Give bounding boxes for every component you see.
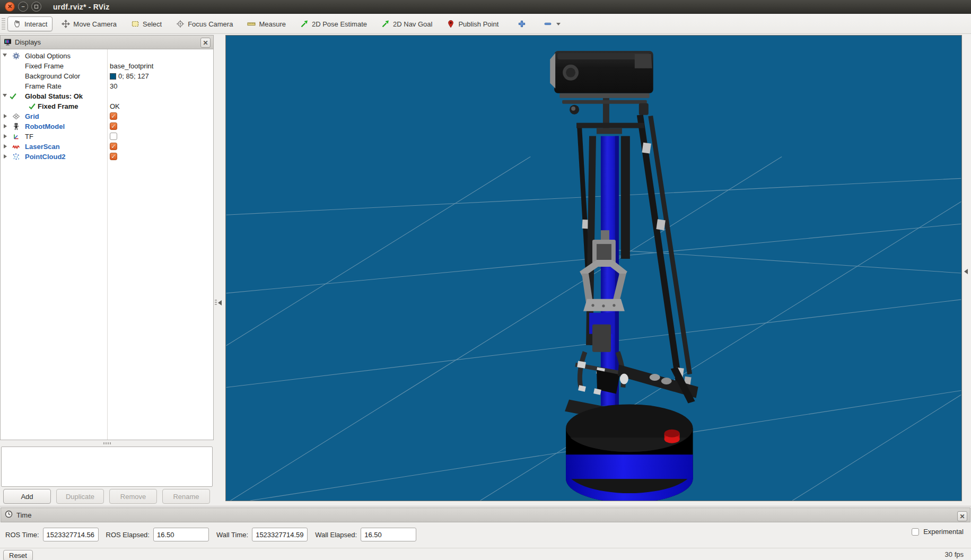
left-dock-separator[interactable] (214, 35, 225, 506)
add-tool-button[interactable] (515, 16, 529, 31)
duplicate-button[interactable]: Duplicate (56, 489, 104, 504)
expander-open-icon[interactable] (3, 94, 7, 97)
tree-row-value: base_footprint (110, 62, 153, 70)
tool-2d-pose-estimate[interactable]: 2D Pose Estimate (295, 16, 372, 31)
chevron-down-icon[interactable] (556, 23, 561, 25)
reset-button[interactable]: Reset (3, 550, 33, 560)
displays-close-icon[interactable]: ✕ (200, 38, 211, 48)
crosshair-icon (176, 20, 185, 28)
experimental-checkbox[interactable] (912, 528, 919, 536)
expander-closed-icon[interactable] (4, 134, 7, 138)
tool-label: 2D Pose Estimate (312, 20, 367, 28)
tool-publish-point[interactable]: Publish Point (441, 16, 504, 31)
displays-button-row: AddDuplicateRemoveRename (0, 489, 214, 506)
tree-row-value: OK (110, 102, 120, 110)
displays-panel-header[interactable]: Displays ✕ (0, 35, 214, 49)
tool-measure[interactable]: Measure (242, 16, 291, 31)
window-close-button[interactable]: ✕ (5, 2, 15, 12)
tree-row-label: TF (25, 133, 33, 141)
monitor-icon (4, 38, 12, 46)
tool-select[interactable]: Select (126, 16, 167, 31)
tree-row-value: ✓ (110, 153, 117, 160)
tree-row-grid[interactable]: Grid✓ (1, 111, 213, 121)
expander-closed-icon[interactable] (4, 114, 7, 118)
tree-row-value (110, 133, 117, 140)
minus-icon (544, 20, 552, 28)
fps-counter: 30 fps (945, 550, 964, 558)
wall-time--input[interactable] (252, 528, 308, 541)
green-arrow-icon (300, 20, 309, 28)
field-ros-elapsed-: ROS Elapsed: (106, 528, 209, 541)
displays-panel: Displays ✕ Global OptionsFixed Framebase… (0, 35, 214, 506)
value-text[interactable]: OK (110, 102, 120, 110)
point-cloud-icon (12, 153, 20, 161)
time-panel-header[interactable]: Time ✕ (1, 508, 970, 522)
robotmodel-enabled-checkbox[interactable]: ✓ (110, 122, 117, 130)
render-viewport-3d[interactable] (225, 35, 962, 501)
time-fields-row: ROS Time:ROS Elapsed:Wall Time:Wall Elap… (0, 522, 971, 547)
tf-axes-icon (12, 133, 20, 141)
field-label: Wall Time: (216, 531, 248, 539)
expander-closed-icon[interactable] (4, 144, 7, 148)
tree-row-background-color[interactable]: Background Color0; 85; 127 (1, 71, 213, 81)
value-text[interactable]: base_footprint (110, 62, 153, 70)
field-label: Wall Elapsed: (315, 531, 357, 539)
grid-icon (12, 112, 20, 120)
color-swatch[interactable] (110, 73, 116, 80)
tree-row-label: Global Options (25, 52, 71, 60)
check-icon (9, 92, 17, 100)
add-button[interactable]: Add (3, 489, 51, 504)
tree-row-global-status-ok[interactable]: Global Status: Ok (1, 91, 213, 101)
tree-row-global-options[interactable]: Global Options (1, 51, 213, 61)
remove-tool-button[interactable] (541, 16, 563, 31)
tool-move-camera[interactable]: Move Camera (56, 16, 122, 31)
time-panel: Time ✕ ROS Time:ROS Elapsed:Wall Time:Wa… (0, 506, 971, 560)
torso-module (589, 313, 615, 352)
panel-splitter[interactable] (0, 440, 214, 447)
tool-label: 2D Nav Goal (393, 20, 432, 28)
tf-enabled-checkbox[interactable] (110, 133, 117, 140)
tool-label: Publish Point (458, 20, 498, 28)
remove-button[interactable]: Remove (109, 489, 157, 504)
collapse-right-icon[interactable] (964, 269, 968, 274)
tree-row-pointcloud2[interactable]: PointCloud2✓ (1, 152, 213, 162)
time-close-icon[interactable]: ✕ (957, 511, 967, 521)
right-dock-separator[interactable] (962, 35, 971, 506)
ros-time--input[interactable] (43, 528, 99, 541)
check-icon (28, 102, 36, 110)
tree-row-laserscan[interactable]: LaserScan✓ (1, 142, 213, 152)
select-box-icon (131, 20, 139, 28)
rename-button[interactable]: Rename (162, 489, 210, 504)
tree-row-fixed-frame[interactable]: Fixed Framebase_footprint (1, 61, 213, 71)
ros-elapsed--input[interactable] (153, 528, 209, 541)
tool-focus-camera[interactable]: Focus Camera (171, 16, 238, 31)
tool-interact[interactable]: Interact (7, 16, 53, 31)
tree-row-fixed-frame[interactable]: Fixed FrameOK (1, 101, 213, 111)
pointcloud2-enabled-checkbox[interactable]: ✓ (110, 153, 117, 160)
hand-icon (13, 20, 21, 28)
wall-elapsed--input[interactable] (361, 528, 416, 541)
window-maximize-button[interactable] (31, 2, 41, 12)
tree-row-label: PointCloud2 (25, 153, 66, 161)
expander-open-icon[interactable] (3, 54, 7, 57)
window-title: urdf.rviz* - RViz (53, 3, 109, 11)
tree-row-robotmodel[interactable]: RobotModel✓ (1, 121, 213, 132)
value-text[interactable]: 0; 85; 127 (118, 72, 149, 80)
tree-row-frame-rate[interactable]: Frame Rate30 (1, 81, 213, 91)
value-text[interactable]: 30 (110, 82, 117, 90)
toolbar-drag-handle[interactable] (2, 18, 5, 30)
window-minimize-button[interactable]: – (18, 2, 28, 12)
robot-model (550, 51, 698, 501)
tool-label: Select (143, 20, 162, 28)
tree-row-tf[interactable]: TF (1, 132, 213, 142)
robot-icon (12, 122, 20, 130)
display-description-box (1, 447, 213, 487)
grid-enabled-checkbox[interactable]: ✓ (110, 112, 117, 120)
collapse-left-icon[interactable] (218, 300, 222, 305)
clock-icon (5, 510, 13, 520)
expander-closed-icon[interactable] (4, 154, 7, 159)
separator-grip[interactable] (215, 300, 217, 306)
tool-2d-nav-goal[interactable]: 2D Nav Goal (376, 16, 438, 31)
laserscan-enabled-checkbox[interactable]: ✓ (110, 143, 117, 150)
expander-closed-icon[interactable] (4, 124, 7, 128)
